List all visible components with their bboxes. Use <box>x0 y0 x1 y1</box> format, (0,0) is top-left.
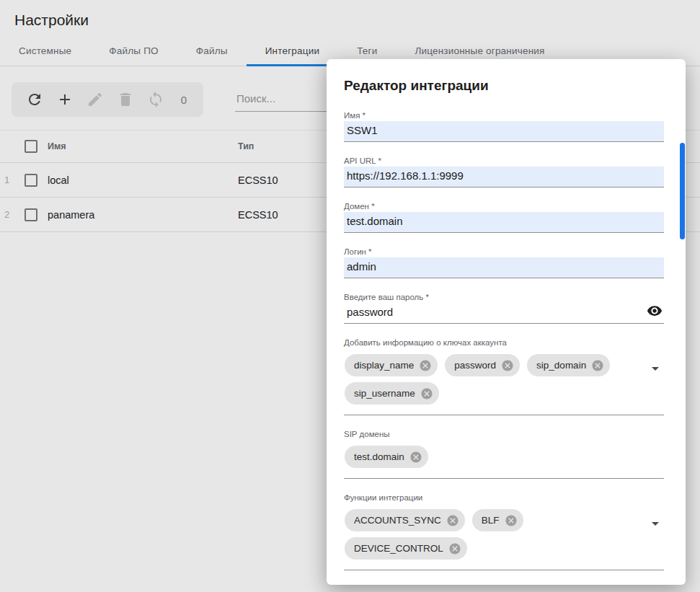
toolbar-icon-group: 0 <box>12 82 203 117</box>
chip-remove-button[interactable] <box>409 451 422 464</box>
tab-software-files[interactable]: Файлы ПО <box>90 37 177 66</box>
sync-button[interactable] <box>147 91 164 108</box>
pencil-icon <box>87 100 104 110</box>
chip-remove-button[interactable] <box>591 359 604 372</box>
close-circle-icon <box>501 359 514 372</box>
dialog-scrollbar-thumb[interactable] <box>680 143 685 239</box>
sip-domains-section: SIP домены test.domain <box>344 430 664 479</box>
close-circle-icon <box>505 514 518 527</box>
account-keys-section: Добавить информацию о ключах аккаунта di… <box>344 338 664 415</box>
chip-label: sip_domain <box>536 360 586 371</box>
select-all-checkbox[interactable] <box>25 140 37 153</box>
tab-integrations[interactable]: Интеграции <box>247 37 338 66</box>
chip: BLF <box>472 509 523 531</box>
delete-button[interactable] <box>117 91 134 108</box>
chip-remove-button[interactable] <box>501 359 514 372</box>
password-label: Введите ваш пароль * <box>344 293 664 301</box>
row-checkbox[interactable] <box>25 208 37 221</box>
refresh-button[interactable] <box>26 91 43 108</box>
account-keys-label: Добавить информацию о ключах аккаунта <box>344 338 664 347</box>
chip-remove-button[interactable] <box>419 359 432 372</box>
api-url-input[interactable] <box>344 167 664 187</box>
sip-domains-chips: test.domain <box>344 444 664 479</box>
plus-icon <box>56 100 74 110</box>
chip: test.domain <box>345 446 428 468</box>
functions-chips: ACCOUNTS_SYNC BLF DEVICE_CONTROL <box>344 508 664 570</box>
close-circle-icon <box>446 514 459 527</box>
login-input[interactable] <box>344 257 664 278</box>
dialog-title: Редактор интеграции <box>344 78 664 94</box>
integration-editor-dialog: Редактор интеграции Имя * API URL * Доме… <box>327 59 686 585</box>
close-circle-icon <box>419 359 432 372</box>
row-number: 1 <box>0 174 25 185</box>
close-circle-icon <box>409 451 422 464</box>
settings-page: Настройки Системные Файлы ПО Файлы Интег… <box>0 0 700 592</box>
name-label: Имя * <box>344 111 664 120</box>
chip: ACCOUNTS_SYNC <box>345 509 465 531</box>
domain-field-group: Домен * <box>344 202 664 233</box>
functions-label: Функции интеграции <box>344 493 664 502</box>
account-keys-chips: display_name password sip_domain sip_use… <box>344 353 664 415</box>
row-number: 2 <box>0 209 25 220</box>
refresh-icon <box>26 100 43 110</box>
column-header-name: Имя <box>48 141 238 151</box>
row-name: panamera <box>48 209 238 221</box>
api-url-field-group: API URL * <box>344 156 664 187</box>
toggle-password-visibility-button[interactable] <box>647 303 663 319</box>
chip: sip_domain <box>527 354 610 376</box>
chip-label: test.domain <box>354 451 404 462</box>
trash-icon <box>117 100 134 110</box>
chip-remove-button[interactable] <box>448 542 461 555</box>
chip-label: BLF <box>482 515 500 526</box>
chevron-down-icon <box>647 523 664 534</box>
chip-remove-button[interactable] <box>420 387 433 400</box>
name-input[interactable] <box>344 121 664 142</box>
chip: password <box>445 354 520 376</box>
tab-files[interactable]: Файлы <box>177 37 247 66</box>
eye-icon <box>647 310 663 321</box>
name-field-group: Имя * <box>344 111 664 142</box>
account-keys-dropdown-button[interactable] <box>647 360 664 377</box>
edit-button[interactable] <box>87 91 104 108</box>
chip: sip_username <box>345 382 439 405</box>
chip: display_name <box>345 354 438 376</box>
add-button[interactable] <box>56 91 74 108</box>
chip-remove-button[interactable] <box>446 514 459 527</box>
sync-icon <box>147 100 164 110</box>
row-name: local <box>48 174 238 186</box>
api-url-label: API URL * <box>344 156 664 165</box>
chip-label: password <box>454 360 496 371</box>
chip-label: display_name <box>354 360 414 371</box>
login-field-group: Логин * <box>344 247 664 278</box>
password-field-group: Введите ваш пароль * <box>344 293 664 324</box>
password-input[interactable] <box>344 303 664 324</box>
page-title: Настройки <box>0 0 700 29</box>
tab-system[interactable]: Системные <box>0 37 90 66</box>
chip-label: ACCOUNTS_SYNC <box>354 515 441 526</box>
chevron-down-icon <box>647 368 664 379</box>
close-circle-icon <box>591 359 604 372</box>
row-checkbox[interactable] <box>25 174 37 187</box>
chip-label: sip_username <box>354 388 415 399</box>
sip-domains-label: SIP домены <box>344 430 664 438</box>
domain-input[interactable] <box>344 212 664 233</box>
login-label: Логин * <box>344 247 664 256</box>
functions-dropdown-button[interactable] <box>647 515 664 532</box>
close-circle-icon <box>420 387 433 400</box>
functions-section: Функции интеграции ACCOUNTS_SYNC BLF DEV… <box>344 493 664 570</box>
chip-remove-button[interactable] <box>505 514 518 527</box>
selection-counter: 0 <box>179 94 189 106</box>
chip: DEVICE_CONTROL <box>345 537 467 560</box>
chip-label: DEVICE_CONTROL <box>354 543 443 554</box>
close-circle-icon <box>448 542 461 555</box>
domain-label: Домен * <box>344 202 664 211</box>
